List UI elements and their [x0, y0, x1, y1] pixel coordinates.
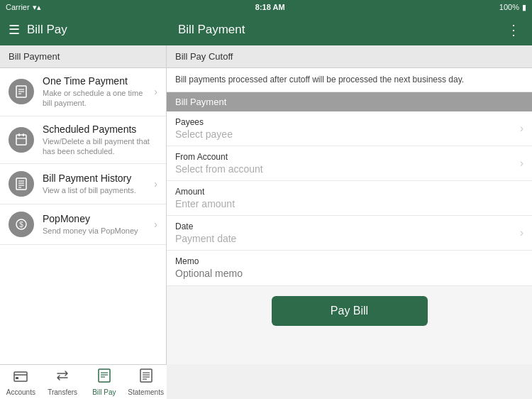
transfers-tab-label: Transfers: [48, 388, 77, 396]
battery-text: 100%: [499, 3, 519, 11]
one-time-payment-content: One Time Payment Make or schedule a one …: [43, 75, 145, 109]
status-time: 8:18 AM: [255, 3, 285, 11]
bill-pay-tab-icon: [96, 368, 112, 387]
amount-field[interactable]: Amount Enter amount: [167, 181, 532, 216]
status-bar: Carrier ▾▴ 8:18 AM 100% ▮: [0, 0, 532, 14]
bill-history-content: Bill Payment History View a list of bill…: [43, 173, 145, 195]
bill-pay-tab-label: Bill Pay: [92, 388, 116, 396]
tab-bar: Accounts Transfers Bill Pay: [0, 364, 167, 399]
content-header: Bill Pay Cutoff: [167, 45, 532, 68]
svg-rect-8: [16, 178, 26, 190]
main-layout: Bill Payment One Time Payment Make or sc…: [0, 45, 532, 364]
svg-rect-17: [16, 377, 18, 379]
payees-value: Select payee: [175, 129, 511, 140]
nav-left-title: Bill Pay: [27, 23, 67, 37]
bill-payment-history-icon: [9, 171, 34, 197]
scheduled-payments-subtitle: View/Delete a bill payment that has been…: [43, 136, 157, 157]
popmoney-subtitle: Send money via PopMoney: [43, 226, 145, 236]
transfers-tab-icon: [55, 368, 70, 387]
accounts-tab-icon: [13, 368, 28, 387]
date-label: Date: [175, 222, 511, 231]
memo-input[interactable]: [175, 268, 523, 279]
wifi-icon: ▾▴: [33, 3, 41, 12]
amount-value: Enter amount: [175, 198, 523, 209]
popmoney-icon: $: [9, 212, 34, 237]
statements-tab-label: Statements: [128, 388, 164, 396]
one-time-payment-title: One Time Payment: [43, 75, 145, 87]
tab-transfers[interactable]: Transfers: [42, 365, 84, 399]
bill-history-chevron-icon: ›: [154, 178, 157, 190]
memo-field: Memo: [167, 251, 532, 286]
date-field[interactable]: Date Payment date ›: [167, 216, 532, 251]
status-right: 100% ▮: [499, 3, 526, 12]
battery-icon: ▮: [522, 3, 526, 12]
bill-history-title: Bill Payment History: [43, 173, 145, 184]
from-account-field[interactable]: From Account Select from account ›: [167, 146, 532, 181]
nav-right-section: Bill Payment ⋮: [167, 21, 532, 38]
carrier-text: Carrier: [6, 3, 30, 11]
more-icon[interactable]: ⋮: [506, 21, 521, 38]
statements-tab-icon: [138, 368, 154, 387]
bill-history-subtitle: View a list of bill payments.: [43, 185, 145, 195]
tab-accounts[interactable]: Accounts: [0, 365, 42, 399]
nav-right-title: Bill Payment: [178, 23, 245, 37]
memo-label: Memo: [175, 256, 523, 266]
scheduled-payments-icon: [9, 127, 34, 153]
popmoney-chevron-icon: ›: [154, 219, 157, 230]
one-time-chevron-icon: ›: [154, 86, 157, 97]
svg-text:$: $: [19, 221, 23, 229]
status-left: Carrier ▾▴: [6, 3, 41, 12]
payees-chevron-icon: ›: [520, 122, 523, 135]
popmoney-content: PopMoney Send money via PopMoney: [43, 213, 145, 236]
sidebar-header: Bill Payment: [0, 45, 166, 68]
cutoff-notice: Bill payments processed after cutoff wil…: [167, 68, 532, 92]
payees-field[interactable]: Payees Select payee ›: [167, 111, 532, 146]
nav-bar: ☰ Bill Pay Bill Payment ⋮: [0, 14, 532, 45]
sidebar-item-one-time[interactable]: One Time Payment Make or schedule a one …: [0, 68, 166, 116]
one-time-payment-subtitle: Make or schedule a one time bill payment…: [43, 88, 145, 109]
svg-rect-18: [99, 369, 110, 382]
sidebar-item-history[interactable]: Bill Payment History View a list of bill…: [0, 164, 166, 204]
date-chevron-icon: ›: [520, 226, 523, 239]
from-account-value: Select from account: [175, 163, 511, 175]
tab-statements[interactable]: Statements: [125, 365, 167, 399]
scheduled-payments-content: Scheduled Payments View/Delete a bill pa…: [43, 124, 157, 157]
payees-label: Payees: [175, 117, 511, 127]
sidebar-item-scheduled[interactable]: Scheduled Payments View/Delete a bill pa…: [0, 116, 166, 165]
date-value: Payment date: [175, 233, 511, 244]
nav-left-section: ☰ Bill Pay: [0, 22, 167, 38]
svg-rect-15: [14, 372, 27, 381]
sidebar: Bill Payment One Time Payment Make or sc…: [0, 45, 167, 364]
scheduled-payments-title: Scheduled Payments: [43, 124, 157, 135]
tab-bill-pay[interactable]: Bill Pay: [84, 365, 126, 399]
pay-bill-button[interactable]: Pay Bill: [272, 296, 428, 326]
accounts-tab-label: Accounts: [6, 388, 35, 396]
form-section-header: Bill Payment: [167, 92, 532, 111]
sidebar-item-popmoney[interactable]: $ PopMoney Send money via PopMoney ›: [0, 204, 166, 245]
svg-rect-4: [16, 135, 26, 145]
content-panel: Bill Pay Cutoff Bill payments processed …: [167, 45, 532, 364]
from-account-label: From Account: [175, 152, 511, 162]
one-time-payment-icon: [9, 79, 34, 104]
amount-label: Amount: [175, 187, 523, 197]
from-account-chevron-icon: ›: [520, 157, 523, 170]
popmoney-title: PopMoney: [43, 213, 145, 224]
hamburger-icon[interactable]: ☰: [9, 22, 20, 38]
svg-rect-22: [140, 369, 152, 382]
